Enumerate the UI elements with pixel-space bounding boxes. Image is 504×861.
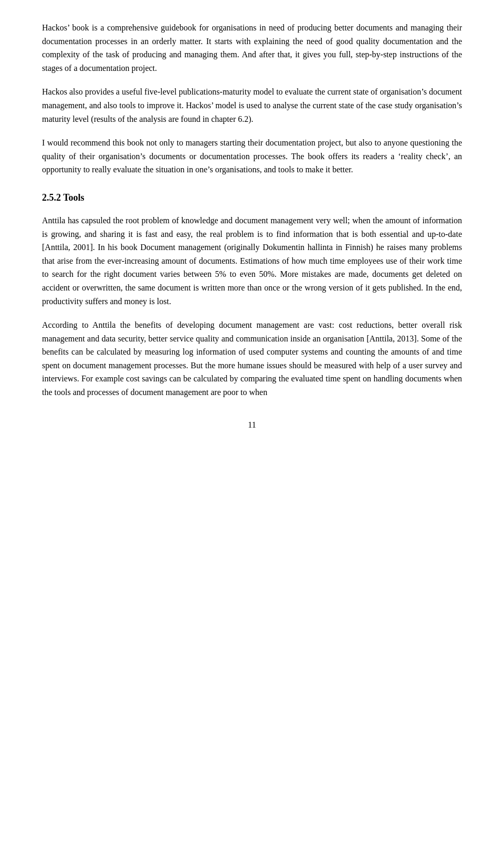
paragraph-3: I would recommend this book not only to … <box>42 136 462 177</box>
page: Hackos’ book is a comprehensive guideboo… <box>0 0 504 861</box>
page-number: 11 <box>42 420 462 430</box>
paragraph-1: Hackos’ book is a comprehensive guideboo… <box>42 21 462 75</box>
paragraph-5: According to Anttila the benefits of dev… <box>42 318 462 399</box>
paragraph-4: Anttila has capsuled the root problem of… <box>42 214 462 308</box>
section-heading-2-5-2: 2.5.2 Tools <box>42 192 462 203</box>
paragraph-2: Hackos also provides a useful five-level… <box>42 85 462 126</box>
